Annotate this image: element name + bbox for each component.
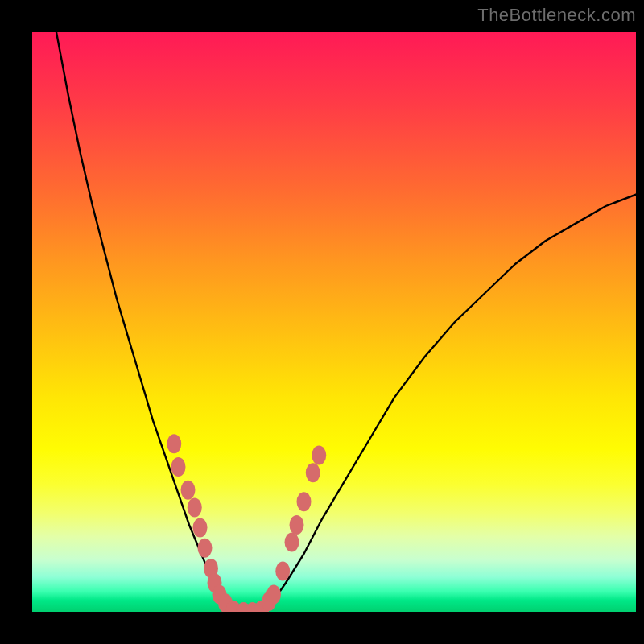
curve-right_curve: [262, 195, 636, 612]
scatter-point: [297, 492, 312, 511]
scatter-point: [290, 515, 304, 535]
scatter-point: [167, 434, 181, 453]
scatter-point: [181, 481, 196, 500]
scatter-point: [188, 497, 202, 517]
plot-area: [32, 32, 636, 612]
watermark-text: TheBottleneck.com: [477, 5, 636, 26]
scatter-point: [306, 463, 320, 482]
chart-frame: TheBottleneck.com: [0, 0, 644, 644]
scatter-point: [171, 457, 186, 477]
scatter-point: [198, 539, 213, 558]
curves-svg: [32, 32, 636, 612]
scatter-point: [275, 562, 290, 581]
scatter-point: [312, 446, 326, 465]
scatter-point: [266, 584, 281, 604]
scatter-point: [285, 533, 299, 552]
scatter-point: [193, 518, 208, 538]
curve-left_curve: [56, 32, 237, 612]
